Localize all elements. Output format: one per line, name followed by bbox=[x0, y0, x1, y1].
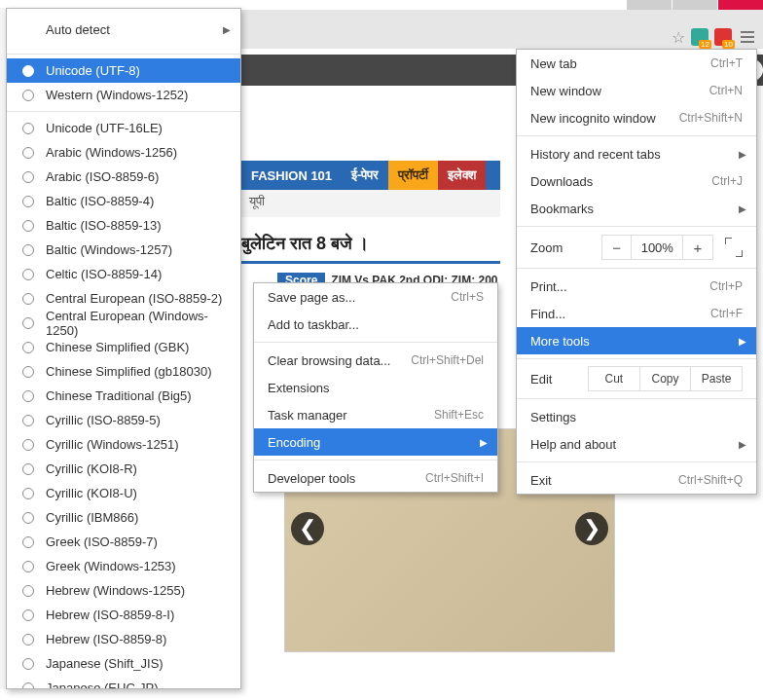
extension-icon-2[interactable]: 10 bbox=[714, 28, 732, 46]
shortcut-text: Ctrl+N bbox=[709, 84, 743, 97]
window-controls bbox=[598, 0, 763, 10]
encoding-option[interactable]: Hebrew (Windows-1255) bbox=[7, 578, 240, 603]
menu-print[interactable]: Print...Ctrl+P bbox=[517, 273, 756, 300]
carousel-prev-button[interactable]: ❮ bbox=[291, 512, 324, 545]
encoding-option[interactable]: Arabic (ISO-8859-6) bbox=[7, 165, 240, 189]
window-close-button[interactable] bbox=[718, 0, 763, 10]
window-maximize-button[interactable] bbox=[672, 0, 717, 10]
nav-epaper[interactable]: ई-पेपर bbox=[342, 161, 388, 190]
tools-clear-data[interactable]: Clear browsing data...Ctrl+Shift+Del bbox=[254, 347, 497, 374]
shortcut-text: Ctrl+Shift+Del bbox=[411, 353, 484, 367]
submenu-arrow-icon: ▶ bbox=[739, 203, 746, 214]
encoding-option[interactable]: Cyrillic (KOI8-U) bbox=[7, 481, 240, 505]
encoding-option[interactable]: Greek (Windows-1253) bbox=[7, 554, 240, 578]
extension-icon-1[interactable]: 12 bbox=[691, 28, 708, 46]
encoding-option[interactable]: Western (Windows-1252) bbox=[7, 83, 240, 107]
site-nav: FASHION 101 ई-पेपर प्रॉपर्टी इलेक्श bbox=[241, 161, 500, 190]
nav-election[interactable]: इलेक्श bbox=[438, 161, 486, 190]
radio-icon bbox=[22, 293, 34, 305]
menu-settings[interactable]: Settings bbox=[517, 403, 756, 430]
encoding-option[interactable]: Cyrillic (IBM866) bbox=[7, 505, 240, 530]
encoding-option[interactable]: Chinese Traditional (Big5) bbox=[7, 384, 240, 408]
encoding-option[interactable]: Hebrew (ISO-8859-8) bbox=[7, 627, 240, 651]
cut-button[interactable]: Cut bbox=[588, 366, 640, 391]
nav-property[interactable]: प्रॉपर्टी bbox=[388, 161, 438, 190]
menu-more-tools-label: More tools bbox=[530, 334, 590, 349]
tools-encoding[interactable]: Encoding▶ bbox=[254, 428, 497, 456]
tools-task-manager[interactable]: Task managerShift+Esc bbox=[254, 401, 497, 428]
encoding-option[interactable]: Japanese (Shift_JIS) bbox=[7, 651, 240, 676]
encoding-option-label: Cyrillic (KOI8-U) bbox=[46, 486, 137, 500]
encoding-option-label: Cyrillic (ISO-8859-5) bbox=[46, 413, 161, 427]
encoding-option-label: Japanese (EUC-JP) bbox=[46, 681, 159, 689]
submenu-arrow-icon: ▶ bbox=[480, 437, 488, 448]
menu-exit[interactable]: ExitCtrl+Shift+Q bbox=[517, 466, 756, 494]
chrome-menu-button[interactable] bbox=[738, 27, 757, 47]
menu-history[interactable]: History and recent tabs▶ bbox=[517, 140, 756, 167]
menu-incognito[interactable]: New incognito windowCtrl+Shift+N bbox=[517, 104, 756, 131]
submenu-arrow-icon: ▶ bbox=[739, 439, 746, 450]
chrome-main-menu: New tabCtrl+T New windowCtrl+N New incog… bbox=[516, 49, 757, 495]
menu-find[interactable]: Find...Ctrl+F bbox=[517, 300, 756, 327]
encoding-option[interactable]: Baltic (ISO-8859-13) bbox=[7, 213, 240, 238]
encoding-option[interactable]: Central European (Windows-1250) bbox=[7, 311, 240, 335]
menu-help[interactable]: Help and about▶ bbox=[517, 430, 756, 458]
carousel-next-button[interactable]: ❯ bbox=[575, 512, 608, 545]
tools-devtools-label: Developer tools bbox=[268, 471, 355, 486]
radio-icon bbox=[22, 585, 34, 597]
encoding-option-label: Chinese Traditional (Big5) bbox=[46, 388, 192, 403]
menu-settings-label: Settings bbox=[530, 410, 576, 424]
menu-new-tab[interactable]: New tabCtrl+T bbox=[517, 50, 756, 77]
encoding-option[interactable]: Central European (ISO-8859-2) bbox=[7, 286, 240, 311]
encoding-option[interactable]: Japanese (EUC-JP) bbox=[7, 676, 240, 689]
encoding-option-label: Baltic (ISO-8859-4) bbox=[46, 194, 154, 208]
headline-divider bbox=[241, 261, 500, 264]
window-minimize-button[interactable] bbox=[627, 0, 672, 10]
encoding-option-label: Unicode (UTF-8) bbox=[46, 63, 140, 78]
encoding-option[interactable]: Chinese Simplified (GBK) bbox=[7, 335, 240, 359]
menu-downloads[interactable]: DownloadsCtrl+J bbox=[517, 167, 756, 195]
tools-devtools[interactable]: Developer toolsCtrl+Shift+I bbox=[254, 464, 497, 492]
copy-button[interactable]: Copy bbox=[639, 366, 692, 391]
encoding-option-label: Hebrew (ISO-8859-8-I) bbox=[46, 608, 174, 622]
encoding-option[interactable]: Baltic (Windows-1257) bbox=[7, 238, 240, 262]
paste-button[interactable]: Paste bbox=[690, 366, 743, 391]
site-subnav[interactable]: यूपी bbox=[241, 190, 500, 217]
encoding-option[interactable]: Cyrillic (ISO-8859-5) bbox=[7, 408, 240, 432]
submenu-arrow-icon: ▶ bbox=[739, 336, 746, 347]
tools-add-taskbar[interactable]: Add to taskbar... bbox=[254, 311, 497, 338]
shortcut-text: Ctrl+Shift+N bbox=[679, 111, 743, 125]
encoding-option[interactable]: Cyrillic (KOI8-R) bbox=[7, 457, 240, 481]
menu-separator bbox=[517, 268, 756, 269]
menu-separator bbox=[7, 111, 240, 112]
submenu-arrow-icon: ▶ bbox=[739, 149, 746, 160]
encoding-option[interactable]: Greek (ISO-8859-7) bbox=[7, 530, 240, 554]
encoding-option[interactable]: Arabic (Windows-1256) bbox=[7, 140, 240, 165]
menu-bookmarks[interactable]: Bookmarks▶ bbox=[517, 195, 756, 222]
bookmark-star-icon[interactable]: ☆ bbox=[672, 28, 685, 47]
radio-icon bbox=[22, 536, 34, 548]
encoding-option[interactable]: Chinese Simplified (gb18030) bbox=[7, 359, 240, 384]
nav-fashion[interactable]: FASHION 101 bbox=[241, 161, 342, 190]
tools-save-page[interactable]: Save page as...Ctrl+S bbox=[254, 283, 497, 311]
tools-extensions[interactable]: Extensions bbox=[254, 374, 497, 401]
menu-new-window[interactable]: New windowCtrl+N bbox=[517, 77, 756, 104]
zoom-in-button[interactable]: + bbox=[682, 235, 712, 260]
encoding-option[interactable]: Unicode (UTF-8) bbox=[7, 58, 240, 83]
encoding-option[interactable]: Cyrillic (Windows-1251) bbox=[7, 432, 240, 457]
encoding-option-label: Chinese Simplified (GBK) bbox=[46, 340, 189, 354]
shortcut-text: Shift+Esc bbox=[434, 408, 484, 422]
encoding-option[interactable]: Unicode (UTF-16LE) bbox=[7, 116, 240, 140]
menu-more-tools[interactable]: More tools▶ bbox=[517, 327, 756, 354]
shortcut-text: Ctrl+Shift+I bbox=[425, 471, 484, 485]
encoding-option-label: Central European (ISO-8859-2) bbox=[46, 291, 222, 306]
encoding-option[interactable]: Celtic (ISO-8859-14) bbox=[7, 262, 240, 286]
encoding-option[interactable]: Hebrew (ISO-8859-8-I) bbox=[7, 603, 240, 627]
fullscreen-icon[interactable] bbox=[725, 238, 743, 257]
encoding-option-label: Greek (Windows-1253) bbox=[46, 559, 176, 573]
encoding-list: Unicode (UTF-8)Western (Windows-1252)Uni… bbox=[7, 58, 240, 689]
radio-icon bbox=[22, 366, 34, 378]
encoding-option[interactable]: Baltic (ISO-8859-4) bbox=[7, 189, 240, 213]
zoom-out-button[interactable]: − bbox=[601, 235, 632, 260]
encoding-auto-detect[interactable]: Auto detect ▶ bbox=[7, 9, 240, 50]
